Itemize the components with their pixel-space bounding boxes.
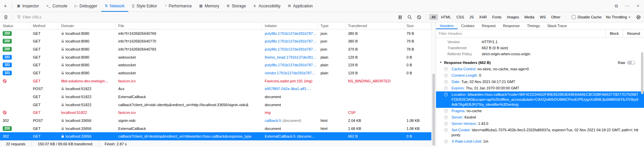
tab-network[interactable]: ⇅Network — [101, 0, 128, 12]
request-row[interactable]: 200GETlocalhost:8080info?t=1635826640770… — [0, 38, 431, 46]
response-header-row[interactable]: ?Server-Version: 1.43.0 — [436, 121, 644, 127]
request-row[interactable]: 101GETlocalhost:8080websocketpolyfills.1… — [0, 61, 431, 69]
column-header-method[interactable]: Method — [30, 22, 58, 29]
help-icon[interactable]: ? — [444, 116, 448, 119]
detail-tab-request[interactable]: Request — [478, 22, 499, 29]
help-icon[interactable]: ? — [444, 86, 448, 90]
help-icon[interactable]: ? — [444, 67, 448, 71]
request-blocking-button[interactable] — [415, 13, 423, 21]
initiator-link[interactable]: polyfills.1791b137de281b787… — [265, 31, 316, 35]
response-header-row[interactable]: ?Set-Cookie: idsrv=adf6cba1-7075-402b-9e… — [436, 127, 644, 138]
filter-headers-input[interactable] — [436, 29, 605, 38]
initiator-link[interactable]: polyfills.1791b137de281b787… — [265, 63, 316, 67]
request-row[interactable]: GET8bit-solutions-dev.onelogin…favicon.i… — [0, 77, 431, 85]
help-icon[interactable]: ? — [444, 80, 448, 84]
help-icon[interactable]: ? — [444, 122, 448, 126]
disable-cache-option[interactable]: Disable Cache — [572, 15, 602, 19]
search-button[interactable] — [406, 13, 413, 21]
tab-console[interactable]: >_Console — [43, 0, 71, 12]
disable-cache-checkbox[interactable] — [572, 15, 576, 19]
response-header-row[interactable]: ?Expires: Thu, 01 Jan 1970 00:00:00 GMT — [436, 85, 644, 91]
filter-js[interactable]: JS — [467, 14, 476, 20]
help-icon[interactable]: ? — [444, 93, 448, 96]
filter-xhr[interactable]: XHR — [477, 14, 489, 20]
tab-memory[interactable]: ▦Memory — [196, 0, 223, 12]
initiator-link[interactable]: vendor.1791b137de281b787… — [265, 71, 315, 75]
detail-tab-stack-trace[interactable]: Stack Trace — [544, 22, 570, 29]
devtools-menu-button[interactable]: ⋯ — [624, 3, 631, 9]
column-header-status[interactable]: Status — [0, 22, 30, 29]
scrollbar-thumb[interactable] — [432, 74, 435, 146]
request-row[interactable]: GETlocalhost:51822ExternalCallbackdocume… — [0, 93, 431, 101]
detail-tab-timings[interactable]: Timings — [523, 22, 544, 29]
pause-traffic-button[interactable] — [396, 13, 404, 21]
detail-tab-headers[interactable]: Headers — [436, 22, 458, 29]
clear-requests-button[interactable] — [2, 13, 9, 21]
filter-all[interactable]: All — [429, 14, 438, 20]
request-row[interactable]: 101GETlocalhost:8080websockettheme_head.… — [0, 53, 431, 61]
column-header-size[interactable]: Size — [404, 22, 431, 29]
filter-ws[interactable]: WS — [538, 14, 548, 20]
filter-css[interactable]: CSS — [454, 14, 467, 20]
detail-tab-response[interactable]: Response — [499, 22, 523, 29]
block-url-button[interactable]: Block — [605, 29, 623, 38]
initiator-link[interactable]: theme_head.1791b137de281… — [265, 55, 317, 59]
response-header-row[interactable]: ?Server: Kestrel — [436, 114, 644, 121]
details-scrollbar[interactable] — [640, 38, 644, 147]
response-header-row[interactable]: ?Cache-Control: no-store, no-cache, max-… — [436, 66, 644, 72]
tab-accessibility[interactable]: ♿Accessibility — [250, 0, 284, 12]
column-header-type[interactable]: Type — [318, 22, 345, 29]
tab-storage[interactable]: ≣Storage — [223, 0, 250, 12]
requests-scrollbar[interactable] — [431, 22, 436, 147]
request-row[interactable]: 200GETlocalhost:8080info?t=1635826640769… — [0, 29, 431, 38]
column-header-file[interactable]: File — [116, 22, 262, 29]
filter-html[interactable]: HTML — [439, 14, 454, 20]
initiator-link[interactable]: polyfills.1791b137de281b787… — [265, 47, 316, 51]
throttling-dropdown[interactable]: No Throttling ▾ — [604, 14, 633, 20]
storage-icon: ≣ — [227, 4, 230, 8]
tab-application[interactable]: ⊞Application — [284, 0, 316, 12]
request-row[interactable]: POSTlocalhost:51822Acse957f897-042e-4ba1… — [0, 85, 431, 93]
help-icon[interactable]: ? — [444, 109, 448, 113]
tab-style-editor[interactable]: {}Style Editor — [128, 0, 161, 12]
detail-tab-cookies[interactable]: Cookies — [458, 22, 478, 29]
scrollbar-thumb[interactable] — [641, 52, 643, 94]
request-row[interactable]: 101GETlocalhost:8080websocketvendor.1791… — [0, 69, 431, 77]
response-header-row[interactable]: ?Date: Tue, 02 Nov 2021 04:17:21 GMT — [436, 79, 644, 85]
tab-inspector[interactable]: ▣Inspector — [13, 0, 43, 12]
response-header-row[interactable]: ?Pragma: no-cache — [436, 108, 644, 114]
element-picker-button[interactable]: ⌖ — [0, 0, 11, 12]
initiator-link[interactable]: callback:5 — [265, 119, 281, 123]
tab-debugger[interactable]: ▷Debugger — [71, 0, 101, 12]
request-row[interactable]: 302POSTlocalhost:33656signin-oidccallbac… — [0, 117, 431, 125]
filter-fonts[interactable]: Fonts — [490, 14, 504, 20]
filter-images[interactable]: Images — [505, 14, 521, 20]
request-row[interactable]: 200GETlocalhost:8080info?t=1635826640783… — [0, 45, 431, 53]
request-row[interactable]: 200GETlocalhost:33656ExternalCallbackdoc… — [0, 125, 431, 133]
network-settings-button[interactable] — [635, 13, 642, 21]
request-row[interactable]: GETlocalhost:51822favicon.icoimgCSP — [0, 108, 431, 117]
column-header-initiator[interactable]: Initiator — [262, 22, 318, 29]
filter-other[interactable]: Other — [549, 14, 563, 20]
tab-performance[interactable]: ◔Performance — [161, 0, 195, 12]
resend-button[interactable]: Resend — [623, 29, 644, 38]
request-row[interactable]: GETlocalhost:51822callback?client_id=oid… — [0, 101, 431, 109]
close-devtools-button[interactable]: × — [635, 3, 641, 9]
column-header-transferred[interactable]: Transferred — [345, 22, 404, 29]
request-row[interactable]: 302GETlocalhost:33656callback?client_id=… — [0, 132, 431, 140]
response-header-row[interactable]: ?Content-Length: 0 — [436, 72, 644, 79]
initiator-link[interactable]: ExternalCallback:5 — [265, 134, 296, 138]
help-icon[interactable]: ? — [444, 74, 448, 77]
initiator-link[interactable]: polyfills.1791b137de281b787… — [265, 39, 316, 43]
filter-urls-input[interactable] — [23, 15, 394, 19]
response-header-row[interactable]: ?Location: bitwarden://sso-callback?code… — [436, 91, 644, 108]
separate-window-button[interactable]: ⧉ — [613, 3, 620, 9]
help-icon[interactable]: ? — [444, 140, 448, 143]
initiator-link[interactable]: e957f897-042e-4ba1-aff1-… — [265, 87, 311, 91]
response-header-row[interactable]: ?X-Rate-Limit-Limit: 1m — [436, 138, 644, 145]
response-headers-section-header[interactable]: ▼ Response Headers (662 B) Raw — [436, 59, 644, 66]
column-header-domain[interactable]: Domain — [58, 22, 116, 29]
raw-toggle[interactable] — [627, 61, 635, 65]
help-icon[interactable]: ? — [444, 128, 448, 132]
filter-media[interactable]: Media — [522, 14, 537, 20]
